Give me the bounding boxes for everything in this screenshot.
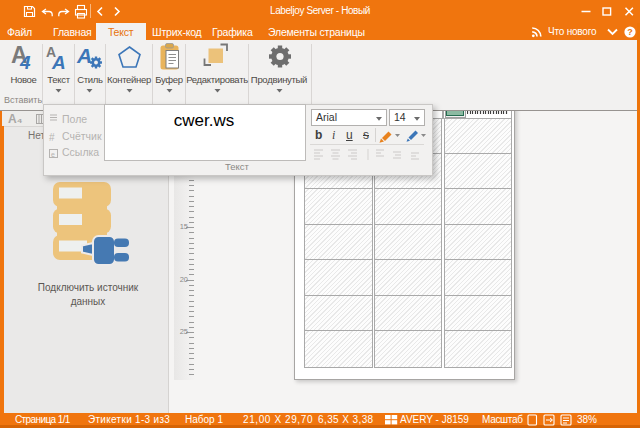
svg-text:#: # — [49, 132, 55, 143]
svg-text:A: A — [76, 44, 92, 67]
svg-text:A₄: A₄ — [8, 112, 23, 125]
svg-text:4: 4 — [19, 52, 31, 72]
svg-text:A: A — [51, 52, 66, 72]
svg-text:e: e — [51, 151, 55, 158]
svg-text:?: ? — [627, 27, 633, 37]
